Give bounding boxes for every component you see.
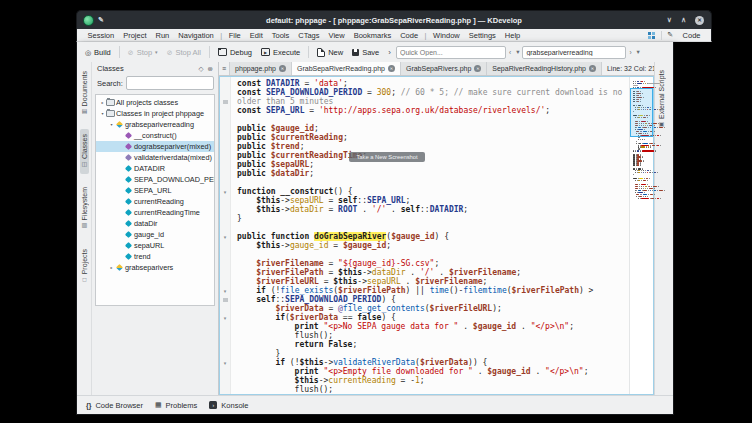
code-line[interactable] bbox=[237, 178, 629, 187]
code-line[interactable] bbox=[237, 223, 629, 232]
search-next-icon[interactable]: › bbox=[627, 49, 633, 56]
fold-marker[interactable]: ▾ bbox=[220, 313, 230, 322]
dock-tab-classes[interactable]: ◫Classes bbox=[80, 129, 89, 174]
editor-tab-grabsepariverreading-php[interactable]: GrabSepaRiverReading.php✕ bbox=[292, 62, 401, 75]
tree-item-currentreadingtime[interactable]: currentReadingTime bbox=[96, 207, 214, 218]
tab-close-icon[interactable]: ✕ bbox=[474, 65, 481, 72]
code-line[interactable]: const DATADIR = 'data'; bbox=[237, 79, 629, 88]
fold-marker[interactable]: ▾ bbox=[220, 286, 230, 295]
menu-item-window[interactable]: Window bbox=[429, 31, 465, 40]
editor-gutter[interactable]: ▾▾▾▾▾ bbox=[220, 77, 231, 394]
statusbar-tab-problems[interactable]: ▦Problems bbox=[155, 401, 197, 410]
maximize-icon[interactable]: ∧ bbox=[681, 16, 686, 24]
titlebar[interactable]: ✎ default: phppage - [ phppage:GrabSepaR… bbox=[76, 10, 712, 29]
menu-item-help[interactable]: Help bbox=[500, 31, 524, 40]
tree-item-trend[interactable]: trend bbox=[96, 251, 214, 262]
code-line[interactable]: print "<p>No SEPA gauge data for " . $ga… bbox=[237, 322, 629, 331]
editor-tab-grabseparivers-php[interactable]: GrabSepaRivers.php✕ bbox=[401, 62, 487, 75]
execute-button[interactable]: Execute bbox=[257, 46, 304, 59]
code-line[interactable]: const SEPA_DOWNLOAD_PERIOD = 300; // 60 … bbox=[237, 88, 629, 97]
dock-tab-filesystem[interactable]: ▥Filesystem bbox=[80, 182, 89, 235]
code-line[interactable]: $riverFilePath = $this->dataDir . '/' . … bbox=[237, 268, 629, 277]
expander-icon[interactable]: ▾ bbox=[99, 111, 106, 116]
code-line[interactable]: $this->gauge_id = $gauge_id; bbox=[237, 241, 629, 250]
code-line[interactable]: print "<p>Empty file downloaded for " . … bbox=[237, 367, 629, 376]
tab-close-icon[interactable]: ✕ bbox=[589, 65, 596, 72]
close-icon[interactable]: ✕ bbox=[695, 16, 704, 25]
menu-item-file[interactable]: File bbox=[224, 31, 245, 40]
tree-item-sepa-url[interactable]: SEPA_URL bbox=[96, 185, 214, 196]
code-line[interactable]: public $dataDir; bbox=[237, 169, 629, 178]
toolbar-overflow-icon[interactable]: › bbox=[384, 48, 395, 57]
dock-tab-documents[interactable]: ▤Documents bbox=[80, 66, 89, 121]
code-line[interactable]: $this->currentReading = -1; bbox=[237, 376, 629, 385]
code-line[interactable]: $this->sepaURL = self::SEPA_URL; bbox=[237, 196, 629, 205]
stop-dropdown-icon[interactable]: ▾ bbox=[155, 49, 158, 55]
quick-open-dropdown-icon[interactable]: ▾ bbox=[514, 48, 521, 56]
close-panel-icon[interactable]: ⊗ bbox=[208, 65, 213, 73]
tree-item-construct[interactable]: __construct() bbox=[96, 130, 214, 141]
tree-item-datadir[interactable]: dataDir bbox=[96, 218, 214, 229]
code-line[interactable]: public $currentReadingTime; bbox=[237, 151, 629, 160]
tree-item-dograbsepariver-mixed[interactable]: dograbsepariver(mixed) bbox=[96, 141, 214, 152]
editor-tab-separiverreadinghistory-php[interactable]: SepaRiverReadingHistory.php✕ bbox=[487, 62, 602, 75]
tree-item-classes-in-project-phppage[interactable]: ▾Classes in project phppage bbox=[96, 108, 214, 119]
code-line[interactable] bbox=[237, 115, 629, 124]
new-button[interactable]: New bbox=[313, 46, 347, 59]
code-line[interactable]: public $currentReading; bbox=[237, 133, 629, 142]
code-line[interactable]: flush(); bbox=[237, 385, 629, 394]
menu-item-settings[interactable]: Settings bbox=[464, 31, 500, 40]
classes-search-input[interactable] bbox=[126, 76, 214, 90]
menu-item-code[interactable]: Code bbox=[396, 31, 423, 40]
tree-item-validateriverdata-mixed[interactable]: validateriverdata(mixed) bbox=[96, 152, 214, 163]
minimap-viewport[interactable] bbox=[630, 88, 653, 137]
code-line[interactable]: } bbox=[237, 214, 629, 223]
area-switcher-grid-icon[interactable] bbox=[648, 32, 651, 35]
search-dropdown-icon[interactable]: ▾ bbox=[635, 48, 642, 56]
fold-marker[interactable]: ▾ bbox=[220, 187, 230, 196]
code-line[interactable]: public $gauge_id; bbox=[237, 124, 629, 133]
tree-item-gauge-id[interactable]: gauge_id bbox=[96, 229, 214, 240]
code-area[interactable]: const DATADIR = 'data';const SEPA_DOWNLO… bbox=[231, 77, 629, 394]
document-list-icon[interactable]: ≡ bbox=[219, 62, 230, 75]
code-line[interactable]: public $sepaURL; bbox=[237, 160, 629, 169]
quick-open-prev-icon[interactable]: ‹ bbox=[507, 49, 513, 56]
code-line[interactable]: flush(); bbox=[237, 331, 629, 340]
tree-item-sepa-download-period[interactable]: SEPA_DOWNLOAD_PERIOD bbox=[96, 174, 214, 185]
build-button[interactable]: ◎ Build bbox=[81, 46, 115, 59]
statusbar-tab-code-browser[interactable]: {}Code Browser bbox=[86, 401, 143, 410]
menu-item-bookmarks[interactable]: Bookmarks bbox=[349, 31, 396, 40]
dock-tab-projects[interactable]: □Projects bbox=[80, 244, 89, 288]
editor-tab-phppage-php[interactable]: phppage.php✕ bbox=[230, 62, 292, 75]
code-line[interactable] bbox=[237, 250, 629, 259]
minimap-scrollbar[interactable] bbox=[629, 77, 653, 394]
tree-item-grabsepariverreading[interactable]: ▾grabsepariverreading bbox=[96, 119, 214, 130]
fold-marker[interactable]: ▾ bbox=[220, 358, 230, 367]
code-line[interactable]: return False; bbox=[237, 340, 629, 349]
menu-item-project[interactable]: Project bbox=[119, 31, 151, 40]
code-line[interactable]: const SEPA_URL = 'http://apps.sepa.org.u… bbox=[237, 106, 629, 115]
tree-item-sepaurl[interactable]: sepaURL bbox=[96, 240, 214, 251]
code-line[interactable]: if($riverData == false) { bbox=[237, 313, 629, 322]
statusbar-tab-konsole[interactable]: ›Konsole bbox=[209, 401, 248, 410]
tab-close-icon[interactable]: ✕ bbox=[388, 65, 395, 72]
code-line[interactable]: self::SEPA_DOWNLOAD_PERIOD) { bbox=[237, 295, 629, 304]
code-editor[interactable]: ▾▾▾▾▾ const DATADIR = 'data';const SEPA_… bbox=[219, 76, 654, 395]
external-scripts-tab[interactable]: ▣ External Scripts bbox=[657, 66, 666, 133]
minimize-icon[interactable]: ∨ bbox=[667, 16, 672, 24]
quick-open-input[interactable] bbox=[396, 46, 506, 59]
code-line[interactable]: function __construct() { bbox=[237, 187, 629, 196]
tree-item-datadir[interactable]: DATADIR bbox=[96, 163, 214, 174]
code-line[interactable]: $riverFilename = "${gauge_id}-SG.csv"; bbox=[237, 259, 629, 268]
code-line[interactable]: older than 5 minutes bbox=[237, 97, 629, 106]
menu-item-tools[interactable]: Tools bbox=[267, 31, 294, 40]
tab-close-icon[interactable]: ✕ bbox=[279, 65, 286, 72]
tree-item-all-projects-classes[interactable]: ▸All projects classes bbox=[96, 97, 214, 108]
fold-marker[interactable]: ▾ bbox=[220, 232, 230, 241]
menu-item-edit[interactable]: Edit bbox=[245, 31, 267, 40]
expander-icon[interactable]: ▸ bbox=[99, 100, 106, 105]
code-line[interactable]: public $trend; bbox=[237, 142, 629, 151]
code-area-button[interactable]: Code bbox=[678, 31, 705, 40]
stop-all-button[interactable]: ⊘ Stop All bbox=[163, 46, 205, 59]
tree-item-currentreading[interactable]: currentReading bbox=[96, 196, 214, 207]
